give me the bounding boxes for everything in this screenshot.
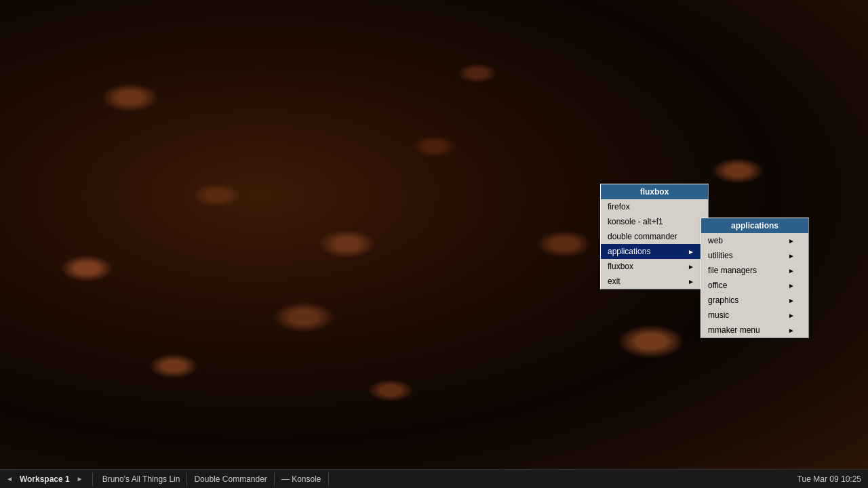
context-menu-main: fluxbox firefox konsole - alt+f1 double …	[600, 184, 709, 289]
submenu-arrow-web: ►	[788, 237, 795, 245]
menu-item-web[interactable]: web ►	[701, 233, 808, 248]
submenu-arrow-exit: ►	[688, 278, 694, 285]
submenu-arrow-graphics: ►	[788, 297, 795, 304]
menu-item-utilities[interactable]: utilities ►	[701, 248, 808, 263]
menu-item-applications[interactable]: applications ►	[601, 244, 708, 259]
clock: Tue Mar 09 10:25	[791, 474, 868, 484]
workspace-prev-button[interactable]: ◄	[4, 474, 15, 484]
menu-item-mmaker-menu[interactable]: mmaker menu ►	[701, 323, 808, 338]
taskbar-divider	[92, 472, 93, 486]
menu-item-file-managers[interactable]: file managers ►	[701, 263, 808, 278]
workspace-area: ◄ Workspace 1 ►	[0, 474, 90, 484]
taskbar: ◄ Workspace 1 ► Bruno's All Things Lin D…	[0, 469, 868, 488]
menu-title-fluxbox: fluxbox	[601, 184, 708, 199]
menu-item-double-commander[interactable]: double commander	[601, 229, 708, 244]
workspace-next-button[interactable]: ►	[75, 474, 85, 484]
submenu-arrow-mmaker-menu: ►	[788, 327, 795, 334]
menu-item-office[interactable]: office ►	[701, 278, 808, 293]
taskbar-item-brunos[interactable]: Bruno's All Things Lin	[96, 472, 188, 486]
menu-item-firefox[interactable]: firefox	[601, 199, 708, 214]
submenu-arrow-applications: ►	[688, 248, 694, 256]
submenu-arrow-office: ►	[788, 282, 795, 289]
menu-item-graphics[interactable]: graphics ►	[701, 293, 808, 308]
submenu-arrow-file-managers: ►	[788, 267, 795, 274]
desktop: fluxbox firefox konsole - alt+f1 double …	[0, 0, 868, 488]
workspace-label: Workspace 1	[17, 474, 73, 484]
menu-item-music[interactable]: music ►	[701, 308, 808, 323]
submenu-arrow-music: ►	[788, 312, 795, 319]
submenu-arrow-utilities: ►	[788, 252, 795, 260]
taskbar-item-double-commander[interactable]: Double Commander	[187, 472, 274, 486]
submenu-arrow-fluxbox: ►	[688, 263, 694, 270]
taskbar-item-konsole[interactable]: — Konsole	[275, 472, 329, 486]
menu-item-exit[interactable]: exit ►	[601, 274, 708, 289]
context-menu-applications: applications web ► utilities ► file mana…	[701, 218, 809, 338]
menu-item-fluxbox[interactable]: fluxbox ►	[601, 259, 708, 274]
menu-title-applications: applications	[701, 218, 808, 233]
menu-item-konsole[interactable]: konsole - alt+f1	[601, 214, 708, 229]
